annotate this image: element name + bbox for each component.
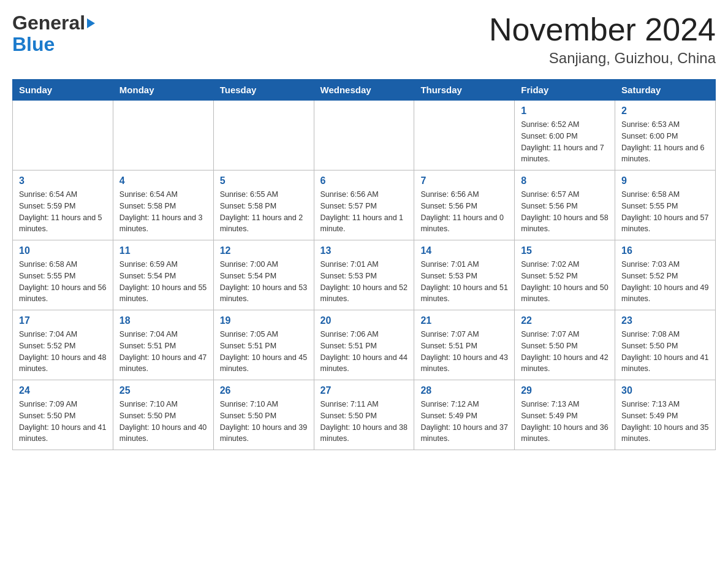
calendar-cell: 3Sunrise: 6:54 AM Sunset: 5:59 PM Daylig…: [13, 170, 113, 240]
logo-general-text: General: [12, 12, 85, 34]
day-number: 25: [119, 385, 207, 396]
day-info: Sunrise: 7:01 AM Sunset: 5:53 PM Dayligh…: [320, 259, 408, 305]
day-info: Sunrise: 7:04 AM Sunset: 5:52 PM Dayligh…: [19, 329, 107, 375]
calendar-table: SundayMondayTuesdayWednesdayThursdayFrid…: [12, 79, 716, 450]
day-number: 21: [420, 315, 508, 326]
calendar-cell: 17Sunrise: 7:04 AM Sunset: 5:52 PM Dayli…: [13, 310, 113, 380]
day-info: Sunrise: 6:55 AM Sunset: 5:58 PM Dayligh…: [220, 189, 308, 235]
day-info: Sunrise: 6:58 AM Sunset: 5:55 PM Dayligh…: [19, 259, 107, 305]
location-subtitle: Sanjiang, Guizhou, China: [489, 50, 716, 67]
day-info: Sunrise: 7:12 AM Sunset: 5:49 PM Dayligh…: [420, 399, 508, 445]
day-number: 29: [521, 385, 609, 396]
day-info: Sunrise: 7:06 AM Sunset: 5:51 PM Dayligh…: [320, 329, 408, 375]
logo-blue-text: Blue: [12, 34, 55, 55]
page-header: General Blue November 2024 Sanjiang, Gui…: [12, 12, 716, 67]
calendar-cell: 12Sunrise: 7:00 AM Sunset: 5:54 PM Dayli…: [213, 240, 314, 310]
day-info: Sunrise: 7:01 AM Sunset: 5:53 PM Dayligh…: [420, 259, 508, 305]
calendar-cell: 30Sunrise: 7:13 AM Sunset: 5:49 PM Dayli…: [615, 380, 716, 450]
day-number: 5: [220, 175, 308, 186]
day-number: 7: [420, 175, 508, 186]
calendar-cell: [13, 101, 113, 170]
calendar-week-row: 10Sunrise: 6:58 AM Sunset: 5:55 PM Dayli…: [13, 240, 716, 310]
calendar-cell: 19Sunrise: 7:05 AM Sunset: 5:51 PM Dayli…: [213, 310, 314, 380]
day-info: Sunrise: 6:57 AM Sunset: 5:56 PM Dayligh…: [521, 189, 609, 235]
calendar-cell: [113, 101, 213, 170]
calendar-cell: 15Sunrise: 7:02 AM Sunset: 5:52 PM Dayli…: [515, 240, 615, 310]
calendar-cell: 6Sunrise: 6:56 AM Sunset: 5:57 PM Daylig…: [314, 170, 414, 240]
weekday-header-sunday: Sunday: [13, 80, 113, 101]
day-number: 11: [119, 245, 207, 256]
day-number: 10: [19, 245, 107, 256]
calendar-cell: 22Sunrise: 7:07 AM Sunset: 5:50 PM Dayli…: [515, 310, 615, 380]
calendar-cell: 23Sunrise: 7:08 AM Sunset: 5:50 PM Dayli…: [615, 310, 716, 380]
day-number: 24: [19, 385, 107, 396]
day-info: Sunrise: 6:58 AM Sunset: 5:55 PM Dayligh…: [621, 189, 709, 235]
day-info: Sunrise: 6:53 AM Sunset: 6:00 PM Dayligh…: [621, 119, 709, 165]
day-number: 2: [621, 105, 709, 117]
calendar-cell: 4Sunrise: 6:54 AM Sunset: 5:58 PM Daylig…: [113, 170, 213, 240]
day-info: Sunrise: 7:00 AM Sunset: 5:54 PM Dayligh…: [220, 259, 308, 305]
weekday-header-wednesday: Wednesday: [314, 80, 414, 101]
day-info: Sunrise: 7:07 AM Sunset: 5:50 PM Dayligh…: [521, 329, 609, 375]
day-number: 8: [521, 175, 609, 186]
day-number: 6: [320, 175, 408, 186]
calendar-cell: 18Sunrise: 7:04 AM Sunset: 5:51 PM Dayli…: [113, 310, 213, 380]
calendar-cell: [213, 101, 314, 170]
calendar-cell: 24Sunrise: 7:09 AM Sunset: 5:50 PM Dayli…: [13, 380, 113, 450]
calendar-cell: 20Sunrise: 7:06 AM Sunset: 5:51 PM Dayli…: [314, 310, 414, 380]
weekday-header-tuesday: Tuesday: [213, 80, 314, 101]
day-info: Sunrise: 7:11 AM Sunset: 5:50 PM Dayligh…: [320, 399, 408, 445]
calendar-cell: 11Sunrise: 6:59 AM Sunset: 5:54 PM Dayli…: [113, 240, 213, 310]
day-number: 17: [19, 315, 107, 326]
day-number: 16: [621, 245, 709, 256]
day-number: 26: [220, 385, 308, 396]
weekday-header-friday: Friday: [515, 80, 615, 101]
calendar-week-row: 24Sunrise: 7:09 AM Sunset: 5:50 PM Dayli…: [13, 380, 716, 450]
day-info: Sunrise: 6:59 AM Sunset: 5:54 PM Dayligh…: [119, 259, 207, 305]
day-info: Sunrise: 7:13 AM Sunset: 5:49 PM Dayligh…: [521, 399, 609, 445]
day-number: 15: [521, 245, 609, 256]
day-number: 30: [621, 385, 709, 396]
day-number: 1: [521, 105, 609, 117]
day-info: Sunrise: 6:56 AM Sunset: 5:57 PM Dayligh…: [320, 189, 408, 235]
logo: General Blue: [12, 12, 95, 55]
month-year-title: November 2024: [489, 12, 716, 47]
day-info: Sunrise: 6:54 AM Sunset: 5:58 PM Dayligh…: [119, 189, 207, 235]
day-number: 27: [320, 385, 408, 396]
calendar-cell: 28Sunrise: 7:12 AM Sunset: 5:49 PM Dayli…: [414, 380, 515, 450]
day-number: 23: [621, 315, 709, 326]
day-info: Sunrise: 7:13 AM Sunset: 5:49 PM Dayligh…: [621, 399, 709, 445]
calendar-cell: 1Sunrise: 6:52 AM Sunset: 6:00 PM Daylig…: [515, 101, 615, 170]
calendar-cell: 26Sunrise: 7:10 AM Sunset: 5:50 PM Dayli…: [213, 380, 314, 450]
calendar-cell: 27Sunrise: 7:11 AM Sunset: 5:50 PM Dayli…: [314, 380, 414, 450]
calendar-cell: 5Sunrise: 6:55 AM Sunset: 5:58 PM Daylig…: [213, 170, 314, 240]
day-info: Sunrise: 7:02 AM Sunset: 5:52 PM Dayligh…: [521, 259, 609, 305]
calendar-week-row: 3Sunrise: 6:54 AM Sunset: 5:59 PM Daylig…: [13, 170, 716, 240]
day-info: Sunrise: 7:10 AM Sunset: 5:50 PM Dayligh…: [119, 399, 207, 445]
day-number: 12: [220, 245, 308, 256]
day-number: 22: [521, 315, 609, 326]
day-number: 19: [220, 315, 308, 326]
calendar-week-row: 17Sunrise: 7:04 AM Sunset: 5:52 PM Dayli…: [13, 310, 716, 380]
day-number: 28: [420, 385, 508, 396]
title-section: November 2024 Sanjiang, Guizhou, China: [489, 12, 716, 67]
day-info: Sunrise: 6:52 AM Sunset: 6:00 PM Dayligh…: [521, 119, 609, 165]
day-number: 3: [19, 175, 107, 186]
calendar-cell: 13Sunrise: 7:01 AM Sunset: 5:53 PM Dayli…: [314, 240, 414, 310]
day-number: 20: [320, 315, 408, 326]
day-info: Sunrise: 7:04 AM Sunset: 5:51 PM Dayligh…: [119, 329, 207, 375]
day-number: 13: [320, 245, 408, 256]
weekday-header-thursday: Thursday: [414, 80, 515, 101]
calendar-cell: 29Sunrise: 7:13 AM Sunset: 5:49 PM Dayli…: [515, 380, 615, 450]
calendar-cell: [314, 101, 414, 170]
calendar-cell: 14Sunrise: 7:01 AM Sunset: 5:53 PM Dayli…: [414, 240, 515, 310]
day-info: Sunrise: 6:56 AM Sunset: 5:56 PM Dayligh…: [420, 189, 508, 235]
calendar-cell: 8Sunrise: 6:57 AM Sunset: 5:56 PM Daylig…: [515, 170, 615, 240]
day-number: 18: [119, 315, 207, 326]
calendar-cell: [414, 101, 515, 170]
weekday-header-monday: Monday: [113, 80, 213, 101]
day-info: Sunrise: 7:10 AM Sunset: 5:50 PM Dayligh…: [220, 399, 308, 445]
day-info: Sunrise: 7:05 AM Sunset: 5:51 PM Dayligh…: [220, 329, 308, 375]
day-info: Sunrise: 7:09 AM Sunset: 5:50 PM Dayligh…: [19, 399, 107, 445]
day-number: 4: [119, 175, 207, 186]
